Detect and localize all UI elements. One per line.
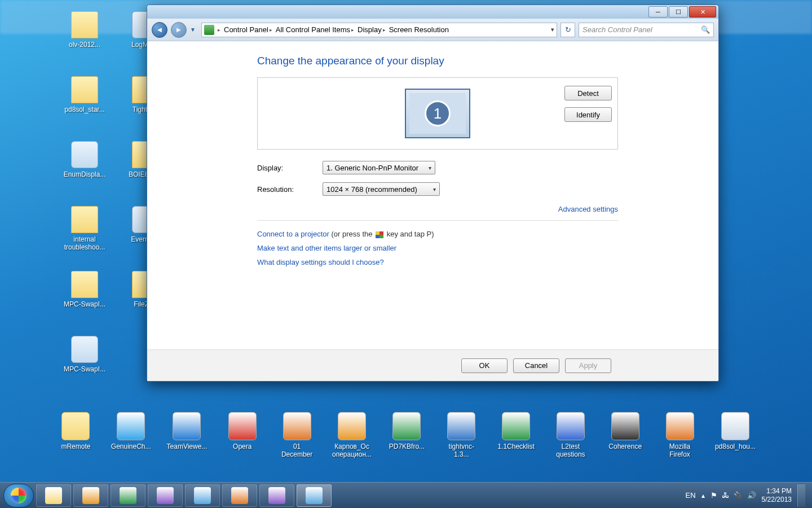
app-icon (392, 412, 421, 440)
cancel-button[interactable]: Cancel (513, 358, 559, 373)
help-link[interactable]: What display settings should I choose? (257, 258, 384, 266)
desktop-icon[interactable]: 1.1Checklist (497, 412, 536, 450)
desktop-icon[interactable]: MPC-SwapI... (56, 336, 113, 401)
screen-resolution-window: ─ ☐ ✕ ◄ ► ▼ ▸Control Panel▸All Control P… (147, 5, 719, 382)
search-placeholder: Search Control Panel (582, 25, 652, 34)
desktop-icon-label: Карпов_Ос операцион... (332, 443, 372, 458)
desktop-icon[interactable]: Mozilla Firefox (660, 412, 699, 458)
tray-icons: ⚑ 🖧 🔌 🔊 (710, 491, 756, 500)
app-icon (268, 487, 285, 504)
maximize-button[interactable]: ☐ (669, 6, 688, 17)
desktop-icon[interactable]: internal troubleshoo... (56, 206, 113, 271)
desktop-icon[interactable]: Opera (223, 412, 262, 450)
taskbar-pinned-app[interactable] (111, 484, 145, 507)
breadcrumb-bar[interactable]: ▸Control Panel▸All Control Panel Items▸D… (201, 23, 557, 37)
app-icon (194, 487, 211, 504)
breadcrumb-item[interactable]: ▸Control Panel (218, 25, 268, 34)
desktop-icon-label: 01 December (277, 443, 316, 458)
start-button[interactable] (3, 484, 34, 507)
search-icon: 🔍 (701, 25, 710, 34)
app-icon (157, 487, 174, 504)
taskbar-pinned-app[interactable] (36, 484, 71, 507)
app-icon (611, 412, 639, 440)
desktop-icon-label: TeamViewe... (167, 443, 208, 450)
monitor-preview-1[interactable]: 1 (405, 89, 470, 138)
resolution-dropdown[interactable]: 1024 × 768 (recommended) (323, 182, 440, 196)
close-button[interactable]: ✕ (689, 6, 716, 17)
app-icon (120, 487, 136, 504)
desktop-icon[interactable]: Карпов_Ос операцион... (332, 412, 372, 458)
clock-date: 5/22/2013 (762, 496, 792, 503)
breadcrumb-label: All Control Panel Items (276, 25, 350, 34)
desktop-icon[interactable]: TeamViewe... (167, 412, 208, 450)
desktop-icon-label: GenuineCh... (111, 443, 151, 450)
desktop-icon-label: 1.1Checklist (497, 443, 534, 450)
breadcrumb-label: Control Panel (224, 25, 268, 34)
desktop-icon[interactable]: L2test questions (551, 412, 590, 458)
minimize-button[interactable]: ─ (648, 6, 668, 17)
desktop-icon[interactable]: Coherence (606, 412, 645, 450)
chevron-right-icon: ▸ (383, 27, 386, 33)
language-indicator[interactable]: EN (686, 491, 696, 500)
desktop-icon[interactable]: PD7KBfro... (387, 412, 426, 450)
tray-flag-icon[interactable]: ⚑ (710, 491, 717, 500)
connect-projector-link[interactable]: Connect to a projector (257, 230, 329, 238)
desktop-icon[interactable]: MPC-SwapI... (56, 271, 113, 336)
text-size-link[interactable]: Make text and other items larger or smal… (257, 244, 396, 252)
taskbar-active-window[interactable] (297, 484, 332, 507)
app-icon (117, 412, 145, 440)
app-icon (45, 487, 62, 504)
search-input[interactable]: Search Control Panel 🔍 (579, 23, 714, 37)
desktop-icon[interactable]: mRemote (56, 412, 95, 450)
chevron-right-icon: ▸ (270, 27, 272, 33)
display-dropdown-value: 1. Generic Non-PnP Monitor (326, 164, 418, 172)
start-orb-icon (11, 488, 27, 503)
breadcrumb-label: Display (358, 25, 382, 34)
tray-volume-icon[interactable]: 🔊 (747, 491, 756, 500)
desktop-icon[interactable]: pd8sol_star... (56, 76, 113, 141)
taskbar-clock[interactable]: 1:34 PM 5/22/2013 (762, 487, 792, 503)
control-panel-icon (204, 25, 214, 35)
desktop-icon[interactable]: pd8sol_hou... (715, 412, 756, 450)
app-icon (721, 412, 749, 440)
folder-icon (71, 141, 98, 168)
identify-button[interactable]: Identify (564, 107, 612, 122)
tray-network-icon[interactable]: 🖧 (722, 491, 729, 500)
breadcrumb-item[interactable]: ▸Display (351, 25, 382, 34)
tray-power-icon[interactable]: 🔌 (734, 491, 743, 500)
desktop-icon[interactable]: 01 December (277, 412, 316, 458)
breadcrumb-end-chevron[interactable]: ▾ (551, 26, 554, 33)
app-icon (82, 487, 99, 504)
nav-history-dropdown[interactable]: ▼ (190, 27, 198, 33)
breadcrumb-item[interactable]: ▸All Control Panel Items (270, 25, 350, 34)
advanced-settings-link[interactable]: Advanced settings (257, 205, 618, 213)
app-icon (228, 412, 257, 440)
desktop-icon[interactable]: EnumDispla... (56, 141, 113, 206)
show-desktop-button[interactable] (797, 484, 805, 507)
ok-button[interactable]: OK (461, 358, 508, 373)
tray-chevron-up-icon[interactable]: ▴ (701, 492, 705, 500)
detect-button[interactable]: Detect (564, 86, 612, 100)
desktop-icon[interactable]: olv-2012... (56, 11, 113, 76)
breadcrumb-item[interactable]: ▸Screen Resolution (383, 25, 449, 34)
display-dropdown[interactable]: 1. Generic Non-PnP Monitor (323, 161, 435, 174)
taskbar-pinned-app[interactable] (185, 484, 220, 507)
app-icon (666, 412, 694, 440)
window-titlebar[interactable]: ─ ☐ ✕ (147, 5, 718, 19)
nav-forward-button[interactable]: ► (171, 22, 187, 38)
dialog-button-bar: OK Cancel Apply (147, 349, 718, 381)
taskbar-pinned-app[interactable] (222, 484, 257, 507)
display-preview-box: 1 Detect Identify (257, 77, 618, 150)
chevron-right-icon: ▸ (218, 27, 220, 33)
desktop-icon-label: EnumDispla... (64, 170, 106, 178)
windows-key-icon (376, 231, 383, 238)
desktop-icon[interactable]: GenuineCh... (111, 412, 151, 450)
nav-back-button[interactable]: ◄ (152, 22, 167, 38)
taskbar-pinned-app[interactable] (148, 484, 183, 507)
folder-icon (71, 271, 98, 298)
display-label: Display: (257, 164, 323, 172)
refresh-button[interactable]: ↻ (561, 23, 575, 37)
taskbar-pinned-app[interactable] (259, 484, 294, 507)
taskbar-pinned-app[interactable] (73, 484, 108, 507)
desktop-icon[interactable]: tightvnc-1.3... (442, 412, 481, 458)
